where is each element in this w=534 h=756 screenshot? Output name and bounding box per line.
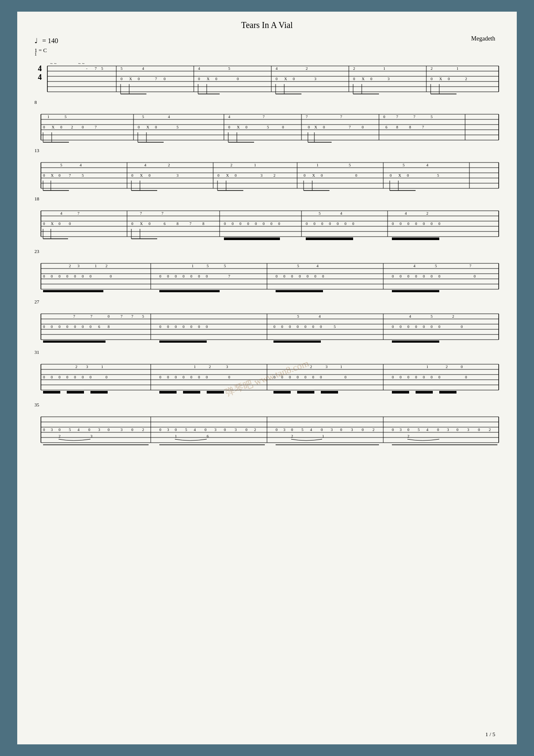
svg-text:1: 1	[194, 365, 196, 369]
svg-text:7: 7	[95, 125, 97, 129]
svg-text:X: X	[226, 173, 229, 178]
svg-text:0: 0	[340, 428, 342, 432]
svg-text:7: 7	[349, 125, 351, 129]
svg-text:0: 0	[82, 325, 84, 329]
svg-text:0: 0	[247, 222, 249, 226]
svg-text:0: 0	[206, 375, 208, 379]
tab-staff-2: 1 5 0 X 0 2 0 7 5 4 0 X 0 5 4 7 0 X	[34, 106, 500, 146]
svg-text:7: 7	[228, 274, 230, 278]
svg-text:7: 7	[413, 115, 416, 119]
svg-text:0: 0	[43, 173, 45, 178]
svg-text:0: 0	[456, 428, 459, 432]
svg-text:X: X	[314, 125, 317, 129]
svg-text:2: 2	[254, 428, 256, 432]
artist-name: Megadeth	[471, 35, 495, 42]
svg-text:0: 0	[392, 375, 394, 379]
svg-text:0: 0	[438, 222, 441, 226]
svg-rect-363	[273, 341, 321, 343]
svg-text:5: 5	[60, 163, 62, 167]
svg-text:0: 0	[278, 222, 280, 226]
svg-text:0: 0	[90, 375, 92, 379]
svg-text:0: 0	[320, 375, 322, 379]
tab-staff-4: 4 7 0 X 0 0 7 7 0 X 0 6 8 7 8 0 0 0 0	[34, 202, 500, 247]
tab-staff-7: 2 3 1 0 0 0 0 0 0 0 0 1 2 3 0 0 0 0 0 0	[34, 356, 500, 400]
measure-number-31: 31	[34, 350, 39, 355]
measure-number-1: 1	[34, 51, 37, 56]
svg-text:0: 0	[270, 222, 273, 226]
svg-text:0: 0	[415, 325, 417, 329]
svg-text:0: 0	[235, 173, 237, 178]
svg-text:0: 0	[232, 222, 234, 226]
svg-rect-248	[392, 237, 439, 240]
svg-text:5: 5	[228, 66, 230, 71]
svg-text:0: 0	[66, 325, 68, 329]
svg-text:0: 0	[312, 325, 314, 329]
svg-text:0: 0	[431, 222, 433, 226]
svg-rect-431	[439, 391, 456, 394]
svg-text:0: 0	[370, 77, 373, 81]
svg-text:0: 0	[304, 325, 307, 329]
svg-text:～～: ～～	[50, 61, 57, 66]
svg-text:0: 0	[293, 77, 295, 81]
svg-text:3: 3	[467, 428, 469, 432]
measure-number-23: 23	[34, 249, 39, 254]
svg-text:0: 0	[190, 274, 192, 278]
svg-text:0: 0	[306, 222, 308, 226]
svg-text:0: 0	[407, 222, 410, 226]
svg-text:0: 0	[283, 274, 286, 278]
svg-text:0: 0	[74, 375, 76, 379]
sheet-container: Tears In A Vial Megadeth ♩ = 140 1 = C 1…	[17, 12, 517, 744]
svg-text:7: 7	[90, 314, 93, 319]
svg-text:0: 0	[423, 222, 425, 226]
svg-text:0: 0	[43, 428, 45, 432]
svg-text:0: 0	[321, 222, 323, 226]
svg-rect-361	[43, 341, 106, 343]
svg-text:7: 7	[131, 314, 134, 319]
svg-rect-364	[392, 341, 439, 343]
svg-text:0: 0	[175, 325, 177, 329]
svg-text:4: 4	[426, 163, 428, 167]
svg-text:1: 1	[322, 434, 324, 438]
staff-system-4: 18 4 7 0 X 0 0	[34, 202, 500, 247]
svg-text:0: 0	[321, 173, 323, 178]
svg-text:4: 4	[228, 115, 230, 119]
svg-text:2: 2	[168, 163, 170, 167]
svg-text:0: 0	[299, 274, 301, 278]
svg-text:8: 8	[396, 125, 398, 129]
svg-text:0: 0	[90, 274, 92, 278]
svg-text:0: 0	[407, 274, 410, 278]
svg-text:0: 0	[312, 375, 314, 379]
svg-text:1: 1	[340, 365, 342, 369]
svg-text:0: 0	[131, 222, 134, 226]
svg-text:2: 2	[75, 365, 78, 369]
tempo-section: ♩ = 140	[34, 37, 500, 45]
svg-text:0: 0	[263, 222, 265, 226]
svg-text:2: 2	[310, 365, 312, 369]
svg-text:3: 3	[326, 365, 328, 369]
svg-text:0: 0	[314, 222, 316, 226]
svg-text:5: 5	[418, 428, 420, 432]
svg-text:0: 0	[88, 428, 90, 432]
svg-text:5: 5	[297, 264, 299, 268]
svg-text:2: 2	[142, 428, 144, 432]
svg-text:0: 0	[51, 375, 53, 379]
svg-text:0: 0	[415, 274, 417, 278]
svg-text:5: 5	[267, 125, 269, 129]
svg-text:5: 5	[82, 173, 84, 178]
svg-text:2: 2	[431, 66, 433, 71]
svg-text:X: X	[51, 173, 54, 178]
svg-text:0: 0	[297, 325, 299, 329]
svg-text:4: 4	[413, 264, 416, 268]
svg-text:7: 7	[155, 77, 157, 81]
tab-staff-1: 4 4 ～～ ～～	[34, 57, 500, 98]
svg-text:7: 7	[340, 115, 342, 119]
svg-text:0: 0	[59, 222, 61, 226]
svg-text:4: 4	[405, 211, 407, 216]
staff-system-3: 13 5 4 0 X 0 7	[34, 154, 500, 194]
svg-text:0: 0	[431, 274, 433, 278]
svg-text:X: X	[207, 77, 210, 81]
svg-text:4: 4	[340, 211, 342, 216]
svg-text:0: 0	[276, 77, 278, 81]
svg-text:0: 0	[400, 274, 402, 278]
svg-text:0: 0	[478, 428, 480, 432]
